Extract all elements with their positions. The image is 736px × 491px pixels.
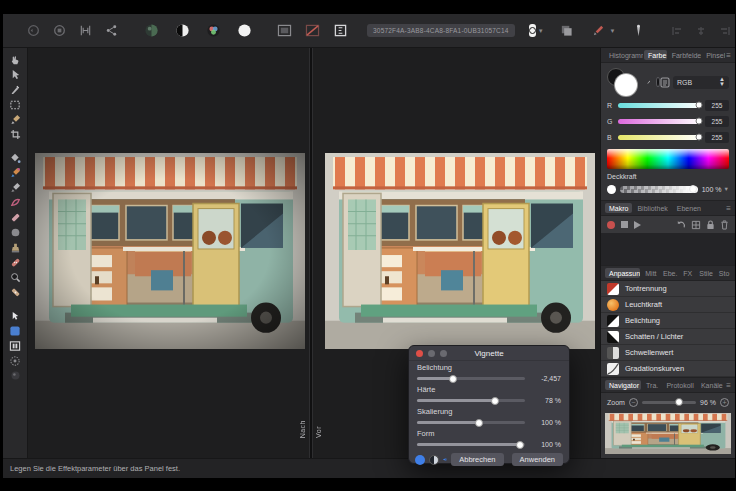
pixel-tool-icon[interactable] bbox=[6, 180, 25, 195]
zoom-out-button[interactable]: − bbox=[629, 398, 638, 407]
dodge-tool-icon[interactable] bbox=[6, 270, 25, 285]
stop-icon[interactable] bbox=[621, 221, 628, 228]
lock-icon[interactable] bbox=[706, 220, 715, 230]
crop-tool-icon[interactable] bbox=[6, 127, 25, 142]
tab-protokoll[interactable]: Protokoll bbox=[662, 380, 695, 390]
assistant-icon[interactable] bbox=[630, 22, 648, 40]
tab-bibliothek[interactable]: Bibliothek bbox=[633, 203, 671, 213]
tab-navigator[interactable]: Navigator bbox=[605, 380, 641, 390]
unclip-icon[interactable] bbox=[303, 22, 321, 40]
color-swatch[interactable] bbox=[6, 323, 25, 338]
snapshot-icon[interactable] bbox=[50, 22, 68, 40]
tab-pinsel[interactable]: Pinsel bbox=[702, 50, 725, 60]
play-icon[interactable] bbox=[634, 221, 641, 229]
layers-badge-icon[interactable] bbox=[558, 22, 576, 40]
apply-button[interactable]: Anwenden bbox=[512, 453, 563, 466]
blemish-tool-icon[interactable] bbox=[6, 285, 25, 300]
tab-ebenen[interactable]: Ebenen bbox=[673, 203, 705, 213]
chevron-down-icon[interactable]: ▼ bbox=[610, 28, 616, 34]
tab-makro[interactable]: Makro bbox=[605, 203, 632, 213]
primary-color-swatch[interactable] bbox=[615, 74, 637, 96]
opacity-slider[interactable] bbox=[620, 186, 698, 193]
slider-value[interactable]: -2,457 bbox=[531, 375, 561, 382]
belichtung-slider[interactable] bbox=[417, 377, 525, 380]
speaker-icon[interactable] bbox=[443, 454, 447, 465]
slider-value[interactable]: 100 % bbox=[531, 441, 561, 448]
slider-mode-icon[interactable] bbox=[660, 77, 670, 88]
selection-brush-tool-icon[interactable] bbox=[6, 112, 25, 127]
exposure-lock-icon[interactable] bbox=[331, 22, 349, 40]
record-icon[interactable] bbox=[607, 221, 615, 229]
panel-menu-icon[interactable]: ≡ bbox=[726, 51, 731, 60]
chevron-down-icon[interactable]: ▼ bbox=[538, 28, 544, 34]
photo-before[interactable] bbox=[325, 153, 595, 349]
tab-fx[interactable]: FX bbox=[679, 268, 694, 278]
haerte-slider[interactable] bbox=[417, 399, 525, 402]
slider-value[interactable]: 78 % bbox=[531, 397, 561, 404]
tab-farbfelder[interactable]: Farbfelder bbox=[668, 50, 701, 60]
tab-sto[interactable]: Sto bbox=[715, 268, 731, 278]
zoom-in-button[interactable]: + bbox=[720, 398, 729, 407]
smudge-tool-icon[interactable] bbox=[6, 195, 25, 210]
assistant-tool-icon[interactable] bbox=[6, 353, 25, 368]
blue-channel-slider[interactable] bbox=[618, 135, 701, 140]
green-channel-slider[interactable] bbox=[618, 119, 701, 124]
blur-tool-icon[interactable] bbox=[6, 225, 25, 240]
color-picker-tool-icon[interactable] bbox=[6, 82, 25, 97]
color-sphere-icon[interactable] bbox=[142, 22, 160, 40]
hue-spectrum-bar[interactable] bbox=[607, 149, 729, 169]
tab-ebe[interactable]: Ebe. bbox=[659, 268, 678, 278]
panel-menu-icon[interactable]: ≡ bbox=[726, 204, 731, 213]
node-tool-icon[interactable] bbox=[6, 308, 25, 323]
back-icon[interactable] bbox=[24, 22, 42, 40]
tool-color-chip[interactable] bbox=[529, 24, 536, 37]
adjustment-item-schwellenwert[interactable]: Schwellenwert bbox=[601, 345, 735, 361]
tab-mitt[interactable]: Mitt bbox=[641, 268, 658, 278]
history-icon[interactable] bbox=[76, 22, 94, 40]
blue-circle-icon[interactable] bbox=[415, 455, 425, 465]
form-slider[interactable] bbox=[417, 443, 525, 446]
zoom-value[interactable]: 96 % bbox=[700, 399, 716, 406]
eyedropper-icon[interactable] bbox=[647, 76, 651, 88]
paint-brush-tool-icon[interactable] bbox=[6, 165, 25, 180]
canvas-icon[interactable] bbox=[275, 22, 293, 40]
tab-stile[interactable]: Stile bbox=[695, 268, 714, 278]
flood-fill-tool-icon[interactable] bbox=[6, 150, 25, 165]
dialog-titlebar[interactable]: Vignette bbox=[409, 346, 569, 361]
adjustment-item-leuchtkraft[interactable]: Leuchtkraft bbox=[601, 297, 735, 313]
fill-stroke-swatches[interactable] bbox=[607, 68, 641, 96]
more-tool-icon[interactable] bbox=[6, 368, 25, 383]
tab-kanaele[interactable]: Kanäle bbox=[697, 380, 725, 390]
mask-tool-icon[interactable] bbox=[6, 338, 25, 353]
opacity-value[interactable]: 100 % bbox=[702, 186, 722, 193]
color-wheel-icon[interactable] bbox=[204, 22, 222, 40]
adjustment-item-schatten-lichter[interactable]: Schatten / Lichter bbox=[601, 329, 735, 345]
split-view-divider[interactable] bbox=[309, 48, 313, 458]
contrast-circle-icon[interactable] bbox=[173, 22, 191, 40]
red-channel-value[interactable]: 255 bbox=[705, 100, 729, 111]
color-mode-select[interactable]: RGB ▲▼ bbox=[673, 76, 729, 89]
document-title[interactable]: 30572F4A-3AB8-4CA8-8FA1-0UB31057C14 bbox=[367, 24, 515, 37]
undo-step-icon[interactable] bbox=[676, 220, 686, 230]
clone-tool-icon[interactable] bbox=[6, 240, 25, 255]
share-icon[interactable] bbox=[102, 22, 120, 40]
marquee-tool-icon[interactable] bbox=[6, 97, 25, 112]
panel-menu-icon[interactable]: ≡ bbox=[726, 381, 731, 390]
grid-icon[interactable] bbox=[691, 220, 701, 230]
view-tool-icon[interactable] bbox=[6, 52, 25, 67]
move-tool-icon[interactable] bbox=[6, 67, 25, 82]
slider-value[interactable]: 100 % bbox=[531, 419, 561, 426]
split-preview-icon[interactable] bbox=[429, 455, 439, 465]
navigator-thumbnail[interactable] bbox=[605, 413, 731, 454]
healing-tool-icon[interactable] bbox=[6, 255, 25, 270]
tab-histogramm[interactable]: Histogramm bbox=[605, 50, 643, 60]
chevron-down-icon[interactable]: ▼ bbox=[724, 186, 729, 192]
adjustment-item-belichtung[interactable]: Belichtung bbox=[601, 313, 735, 329]
skalierung-slider[interactable] bbox=[417, 421, 525, 424]
tab-farbe[interactable]: Farbe bbox=[644, 50, 667, 60]
zoom-slider[interactable] bbox=[642, 401, 696, 404]
red-brush-icon[interactable] bbox=[590, 22, 608, 40]
blue-channel-value[interactable]: 255 bbox=[705, 132, 729, 143]
tab-anpassung[interactable]: Anpassung bbox=[605, 268, 640, 278]
tab-transformieren[interactable]: Tra. bbox=[642, 380, 661, 390]
